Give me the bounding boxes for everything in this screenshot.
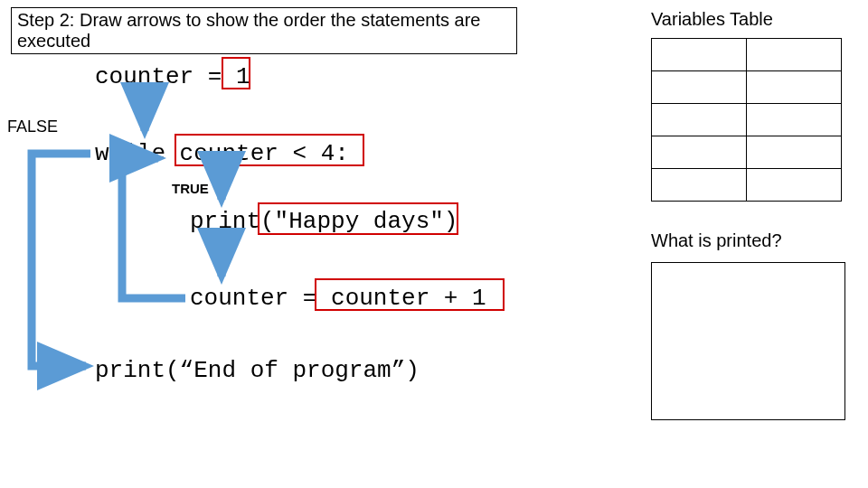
printed-title: What is printed? (651, 230, 782, 251)
arrow-increment-to-while (122, 158, 185, 298)
variables-table-title: Variables Table (651, 9, 773, 30)
code-line-5: print(“End of program”) (95, 357, 420, 384)
table-row (652, 136, 842, 169)
table-row (652, 39, 842, 71)
printed-output-box (651, 262, 845, 420)
diagram-stage: Step 2: Draw arrows to show the order th… (0, 0, 868, 488)
redbox-print-arg (258, 202, 458, 235)
table-row (652, 169, 842, 202)
table-row (652, 71, 842, 104)
label-true: TRUE (172, 181, 209, 196)
step-title-text: Step 2: Draw arrows to show the order th… (17, 10, 480, 51)
redbox-increment-expr (315, 278, 505, 311)
arrow-false-to-end (32, 154, 90, 366)
step-title-box: Step 2: Draw arrows to show the order th… (11, 7, 517, 54)
variables-table (651, 38, 842, 202)
redbox-while-condition (175, 134, 364, 166)
label-false: FALSE (7, 117, 58, 136)
redbox-initial-value (222, 57, 250, 89)
table-row (652, 104, 842, 136)
